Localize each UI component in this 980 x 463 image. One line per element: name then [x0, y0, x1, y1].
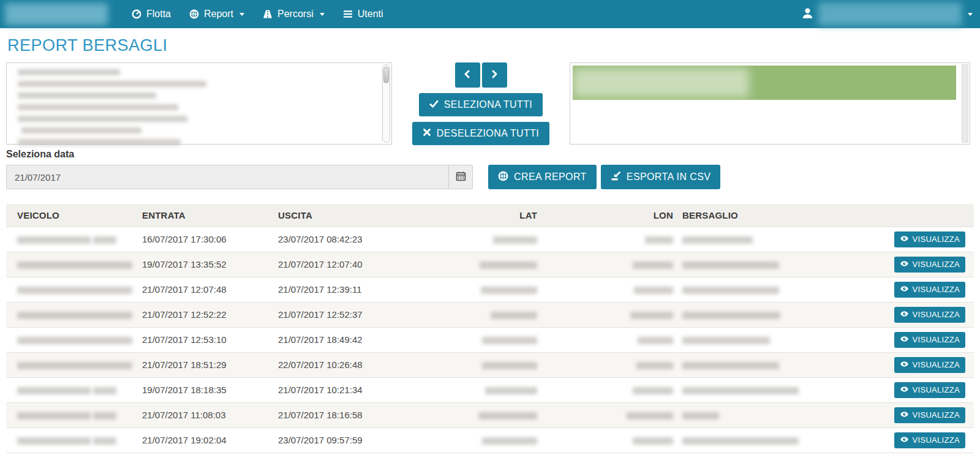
visualizza-label: VISUALIZZA: [913, 410, 960, 420]
user-icon: [802, 7, 813, 21]
lat-redacted: [491, 312, 537, 319]
visualizza-button[interactable]: VISUALIZZA: [894, 257, 965, 273]
deselect-all-button[interactable]: DESELEZIONA TUTTI: [412, 122, 549, 145]
redacted-list-item[interactable]: [18, 69, 120, 75]
redacted-list-item[interactable]: [18, 92, 156, 99]
calendar-button[interactable]: [448, 165, 472, 189]
nav-item-report[interactable]: Report: [180, 0, 254, 28]
col-header-uscita: USCITA: [278, 204, 424, 227]
entrata-value: 21/07/2017 18:51:29: [142, 352, 278, 377]
visualizza-label: VISUALIZZA: [913, 310, 960, 319]
eye-icon: [900, 284, 909, 295]
table-row: 16/07/2017 17:30:06 23/07/2017 08:42:23 …: [6, 227, 974, 252]
table-row: 21/07/2017 12:07:48 21/07/2017 12:39:11 …: [6, 277, 974, 302]
table-row: 21/07/2017 12:52:22 21/07/2017 12:52:37 …: [6, 302, 974, 327]
veicolo-redacted: [17, 337, 132, 344]
source-listbox[interactable]: [6, 62, 392, 145]
lat-redacted: [478, 412, 537, 420]
eye-icon: [900, 359, 909, 371]
visualizza-label: VISUALIZZA: [913, 385, 960, 394]
col-header-bersaglio: BERSAGLIO: [673, 204, 872, 227]
visualizza-button[interactable]: VISUALIZZA: [894, 332, 965, 348]
visualizza-button[interactable]: VISUALIZZA: [894, 407, 965, 423]
visualizza-button[interactable]: VISUALIZZA: [894, 382, 965, 398]
visualizza-button[interactable]: VISUALIZZA: [894, 232, 965, 247]
eye-icon: [900, 309, 909, 320]
visualizza-button[interactable]: VISUALIZZA: [894, 432, 965, 448]
selection-area: SELEZIONA TUTTI DESELEZIONA TUTTI: [6, 62, 974, 145]
report-actions: CREA REPORT ESPORTA IN CSV: [488, 165, 720, 189]
page-title: REPORT BERSAGLI: [7, 36, 973, 55]
eye-icon: [900, 385, 909, 396]
nav-item-utenti[interactable]: Utenti: [334, 0, 393, 28]
select-all-button[interactable]: SELEZIONA TUTTI: [419, 93, 543, 116]
nav-item-flotta[interactable]: Flotta: [123, 0, 180, 28]
selected-item-redacted[interactable]: [573, 66, 956, 100]
nav-item-percorsi[interactable]: Percorsi: [254, 0, 334, 28]
col-header-actions: [872, 204, 974, 227]
nav-item-label: Percorsi: [277, 9, 314, 20]
veicolo-redacted: [17, 287, 132, 294]
target-listbox[interactable]: [570, 62, 970, 145]
bersaglio-redacted: [682, 387, 799, 394]
lat-redacted: [482, 337, 537, 344]
col-header-lat: LAT: [424, 204, 537, 227]
select-all-label: SELEZIONA TUTTI: [444, 99, 532, 110]
bersaglio-redacted: [682, 437, 799, 445]
entrata-value: 16/07/2017 17:30:06: [142, 227, 278, 252]
table-row: 21/07/2017 12:53:10 21/07/2017 18:49:42 …: [6, 327, 974, 352]
road-icon: [263, 9, 273, 19]
eye-icon: [900, 234, 909, 245]
uscita-value: 21/07/2017 12:39:11: [278, 277, 424, 302]
veicolo-redacted: [17, 236, 91, 244]
date-input[interactable]: [7, 165, 448, 189]
entrata-value: 21/07/2017 12:53:10: [142, 327, 278, 352]
table-row: 21/07/2017 18:51:29 22/07/2017 10:26:48 …: [6, 352, 974, 377]
col-header-lon: LON: [537, 204, 673, 227]
table-row: 21/07/2017 19:02:04 23/07/2017 09:57:59 …: [6, 427, 974, 453]
scrollbar[interactable]: [382, 64, 390, 143]
bersaglio-redacted: [682, 312, 780, 319]
dashboard-icon: [132, 9, 141, 19]
veicolo-redacted: [93, 387, 116, 394]
transfer-controls: SELEZIONA TUTTI DESELEZIONA TUTTI: [392, 62, 570, 145]
eye-icon: [900, 410, 909, 421]
redacted-list-item[interactable]: [18, 81, 206, 87]
visualizza-label: VISUALIZZA: [913, 335, 960, 344]
scrollbar-thumb[interactable]: [383, 67, 389, 83]
eye-icon: [900, 435, 909, 446]
lon-redacted: [627, 412, 673, 420]
uscita-value: 21/07/2017 18:16:58: [278, 402, 424, 427]
user-menu[interactable]: [802, 2, 980, 26]
visualizza-label: VISUALIZZA: [913, 435, 960, 445]
visualizza-button[interactable]: VISUALIZZA: [894, 282, 965, 298]
lon-redacted: [630, 312, 673, 319]
redacted-list-item[interactable]: [18, 116, 187, 122]
lat-redacted: [482, 362, 537, 369]
create-report-button[interactable]: CREA REPORT: [488, 165, 597, 189]
move-left-button[interactable]: [455, 62, 480, 88]
redacted-list-item[interactable]: [18, 104, 178, 110]
veicolo-redacted: [17, 312, 132, 319]
date-label: Seleziona data: [6, 149, 974, 160]
scrollbar[interactable]: [962, 64, 968, 143]
veicolo-redacted: [17, 412, 91, 420]
x-icon: [423, 128, 431, 139]
visualizza-label: VISUALIZZA: [913, 285, 960, 294]
redacted-list-item[interactable]: [18, 139, 181, 145]
chevron-down-icon: [239, 13, 244, 16]
veicolo-redacted: [17, 262, 132, 269]
list-icon: [343, 9, 353, 19]
export-csv-button[interactable]: ESPORTA IN CSV: [601, 165, 721, 189]
create-report-label: CREA REPORT: [514, 171, 587, 183]
move-right-button[interactable]: [482, 62, 507, 88]
table-row: 19/07/2017 18:18:35 21/07/2017 10:21:34 …: [6, 377, 974, 402]
redacted-list-item[interactable]: [21, 127, 141, 134]
visualizza-button[interactable]: VISUALIZZA: [894, 307, 965, 323]
lon-redacted: [633, 437, 673, 445]
username-redacted: [818, 2, 962, 26]
visualizza-button[interactable]: VISUALIZZA: [894, 357, 965, 373]
brand-logo-redacted[interactable]: [5, 3, 108, 25]
nav-item-label: Report: [204, 9, 233, 20]
chevron-down-icon: [968, 13, 973, 16]
